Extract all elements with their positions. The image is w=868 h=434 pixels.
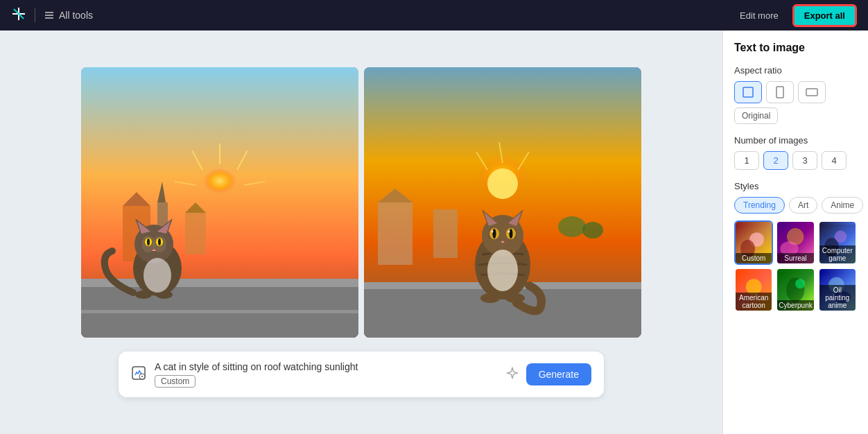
num-2-button[interactable]: 2 bbox=[763, 151, 788, 170]
num-3-button[interactable]: 3 bbox=[792, 151, 817, 170]
tab-art[interactable]: Art bbox=[789, 197, 817, 214]
export-all-button[interactable]: Export all bbox=[792, 4, 857, 27]
num-1-button[interactable]: 1 bbox=[734, 151, 759, 170]
style-custom-label: Custom bbox=[736, 253, 772, 263]
styles-label: Styles bbox=[734, 181, 857, 191]
generate-button[interactable]: Generate bbox=[526, 363, 591, 385]
svg-rect-73 bbox=[806, 89, 817, 96]
all-tools-button[interactable]: All tools bbox=[44, 10, 93, 21]
svg-point-58 bbox=[493, 229, 496, 238]
styles-grid: Custom bbox=[734, 220, 857, 312]
style-badge[interactable]: Custom bbox=[155, 375, 196, 388]
num-images-label: Number of images bbox=[734, 135, 857, 146]
style-computer-game-label: Computer game bbox=[819, 245, 856, 263]
svg-point-59 bbox=[510, 229, 513, 238]
prompt-icon bbox=[131, 365, 146, 384]
svg-rect-72 bbox=[776, 87, 783, 98]
prompt-content: A cat in style of sitting on roof watchi… bbox=[155, 361, 497, 388]
main-layout: A cat in style of sitting on roof watchi… bbox=[0, 31, 868, 434]
nav-divider bbox=[35, 8, 35, 22]
edit-more-button[interactable]: Edit more bbox=[733, 6, 785, 25]
generated-images-row bbox=[81, 67, 641, 338]
svg-rect-19 bbox=[81, 310, 358, 313]
tab-trending[interactable]: Trending bbox=[734, 197, 785, 214]
svg-point-38 bbox=[487, 168, 518, 199]
style-cyberpunk-label: Cyberpunk bbox=[777, 300, 813, 311]
svg-rect-42 bbox=[378, 202, 413, 265]
prompt-text: A cat in style of sitting on roof watchi… bbox=[155, 361, 497, 372]
svg-point-64 bbox=[487, 250, 518, 291]
svg-point-31 bbox=[158, 238, 161, 245]
ar-original-button[interactable]: Original bbox=[734, 107, 778, 124]
style-surreal-label: Surreal bbox=[777, 253, 813, 263]
styles-tabs: Trending Art Anime bbox=[734, 197, 857, 214]
style-oil-painting-anime[interactable]: Oil painting anime bbox=[818, 268, 857, 312]
svg-point-33 bbox=[135, 290, 152, 299]
style-custom[interactable]: Custom bbox=[734, 220, 773, 265]
tab-anime[interactable]: Anime bbox=[822, 197, 863, 214]
top-navigation: All tools Edit more Export all bbox=[0, 0, 868, 31]
svg-point-87 bbox=[795, 279, 805, 288]
generated-image-1[interactable] bbox=[81, 67, 358, 338]
svg-rect-44 bbox=[433, 209, 458, 258]
ar-portrait-button[interactable] bbox=[766, 81, 794, 103]
svg-point-65 bbox=[480, 293, 500, 303]
svg-point-61 bbox=[508, 231, 510, 233]
magic-icon[interactable] bbox=[505, 366, 519, 383]
style-american-cartoon[interactable]: American cartoon bbox=[734, 268, 773, 312]
logo-icon bbox=[11, 6, 26, 25]
content-area: A cat in style of sitting on roof watchi… bbox=[0, 31, 722, 434]
aspect-ratio-options: Original bbox=[734, 81, 857, 124]
style-cyberpunk[interactable]: Cyberpunk bbox=[776, 268, 815, 312]
svg-point-45 bbox=[558, 216, 586, 237]
prompt-bar: A cat in style of sitting on roof watchi… bbox=[119, 351, 604, 397]
all-tools-label: All tools bbox=[59, 10, 93, 21]
svg-rect-13 bbox=[185, 213, 206, 254]
style-surreal[interactable]: Surreal bbox=[776, 220, 815, 265]
generated-image-2[interactable] bbox=[364, 67, 641, 338]
aspect-ratio-label: Aspect ratio bbox=[734, 65, 857, 76]
svg-rect-71 bbox=[743, 87, 753, 97]
right-panel: Text to image Aspect ratio Original bbox=[722, 31, 868, 434]
svg-point-46 bbox=[582, 222, 603, 238]
tools-icon bbox=[44, 10, 55, 21]
ar-landscape-button[interactable] bbox=[798, 81, 826, 103]
style-computer-game[interactable]: Computer game bbox=[818, 220, 857, 265]
num-images-options: 1 2 3 4 bbox=[734, 151, 857, 170]
svg-point-30 bbox=[147, 238, 150, 245]
prompt-actions: Generate bbox=[505, 363, 591, 385]
panel-title: Text to image bbox=[734, 42, 857, 54]
style-american-cartoon-label: American cartoon bbox=[736, 293, 772, 311]
ar-square-button[interactable] bbox=[734, 81, 762, 103]
svg-point-35 bbox=[144, 258, 171, 293]
num-4-button[interactable]: 4 bbox=[822, 151, 847, 170]
svg-point-60 bbox=[492, 231, 494, 233]
style-oil-painting-anime-label: Oil painting anime bbox=[819, 285, 856, 311]
